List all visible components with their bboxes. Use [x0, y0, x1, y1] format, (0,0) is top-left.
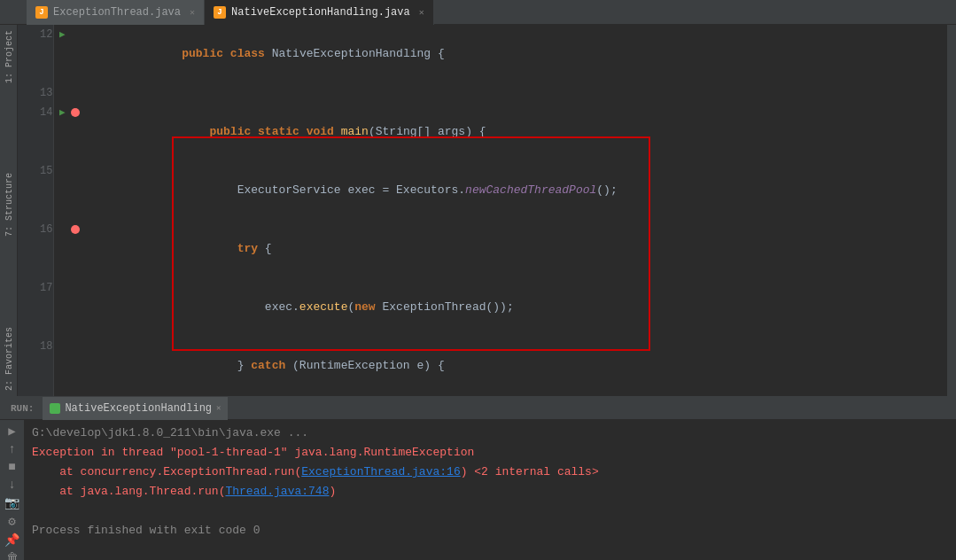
keyword-try: try	[237, 242, 258, 255]
run-stop-button[interactable]: ■	[3, 460, 22, 474]
tab-label-2: NativeExceptionHandling.java	[231, 6, 410, 19]
thread-link[interactable]: Thread.java:748	[225, 485, 329, 498]
line-number: 17	[18, 278, 53, 337]
line-code	[85, 83, 947, 103]
tab-bar: J ExceptionThread.java ✕ J NativeExcepti…	[0, 0, 956, 25]
line-breakpoint	[71, 25, 85, 83]
table-row: 12 ▶ public class NativeExceptionHandlin…	[18, 25, 947, 83]
line-code: try {	[85, 220, 947, 278]
run-left-toolbar: ▶ ↑ ■ ↓ 📷 ⚙ 📌 🗑	[0, 420, 25, 560]
line-breakpoint	[71, 278, 85, 337]
tab-close-2[interactable]: ✕	[419, 7, 424, 18]
class-name: NativeExceptionHandling	[272, 47, 431, 60]
table-row: 16 try {	[18, 220, 947, 278]
breakpoint-icon	[71, 225, 80, 234]
console-line-cmd: G:\develop\jdk1.8.0_211\bin\java.exe ...	[32, 424, 949, 443]
line-arrow	[53, 278, 71, 337]
line-arrow	[53, 337, 71, 395]
line-code: public static void main(String[] args) {	[85, 103, 947, 161]
scrollbar-track[interactable]	[947, 25, 956, 396]
line-code: exec.execute(new ExceptionThread());	[85, 278, 947, 337]
table-row: 18 } catch (RuntimeException e) {	[18, 337, 947, 395]
keyword-new: new	[354, 300, 375, 314]
keyword-static: static	[258, 125, 299, 138]
run-panel: Run: NativeExceptionHandling ✕ ▶ ↑ ■ ↓ 📷…	[0, 396, 956, 560]
table-row: 19 // 该语句将不会被执行	[18, 395, 947, 396]
line-number: 13	[18, 83, 53, 103]
console-line-at2: at java.lang.Thread.run(Thread.java:748)	[32, 482, 949, 502]
line-number: 15	[18, 161, 53, 220]
line-arrow: ▶	[53, 25, 71, 83]
code-table: 12 ▶ public class NativeExceptionHandlin…	[18, 25, 947, 396]
run-play-button[interactable]: ▶	[3, 424, 22, 439]
run-pin-button[interactable]: 📌	[3, 533, 22, 548]
exception-thread-link[interactable]: ExceptionThread.java:16	[301, 465, 460, 478]
tab-exception-thread[interactable]: J ExceptionThread.java ✕	[27, 0, 205, 25]
method-execute: execute	[299, 300, 348, 314]
table-row: 13	[18, 83, 947, 103]
line-number: 19	[18, 395, 53, 396]
table-row: 17 exec.execute(new ExceptionThread());	[18, 278, 947, 337]
code-content: 12 ▶ public class NativeExceptionHandlin…	[18, 25, 947, 396]
console-output: G:\develop\jdk1.8.0_211\bin\java.exe ...…	[25, 420, 956, 560]
line-number: 18	[18, 337, 53, 395]
tab-label-1: ExceptionThread.java	[53, 6, 181, 19]
static-method: newCachedThreadPool	[465, 183, 596, 197]
keyword-public: public	[182, 47, 223, 60]
run-tab[interactable]: NativeExceptionHandling ✕	[43, 397, 228, 420]
keyword-void: void	[307, 125, 334, 138]
java-icon-2: J	[214, 6, 226, 19]
run-tab-icon	[50, 403, 60, 414]
run-camera-button[interactable]: 📷	[3, 495, 22, 510]
run-content: ▶ ↑ ■ ↓ 📷 ⚙ 📌 🗑 G:\develop\jdk1.8.0_211\…	[0, 420, 956, 560]
run-delete-button[interactable]: 🗑	[3, 551, 22, 560]
run-settings-button[interactable]: ⚙	[3, 514, 22, 529]
far-left-panel: 1: Project 7: Structure 2: Favorites	[0, 25, 18, 396]
run-tab-label: NativeExceptionHandling	[65, 402, 212, 415]
line-code: ExecutorService exec = Executors.newCach…	[85, 161, 947, 220]
sidebar-item-project[interactable]: 1: Project	[0, 25, 17, 89]
console-line-exception: Exception in thread "pool-1-thread-1" ja…	[32, 443, 949, 463]
console-line-finished: Process finished with exit code 0	[32, 521, 949, 541]
keyword-catch: catch	[251, 359, 285, 372]
run-scroll-up-button[interactable]: ↑	[3, 442, 22, 456]
line-breakpoint	[71, 395, 85, 396]
table-row: 15 ExecutorService exec = Executors.newC…	[18, 161, 947, 220]
line-breakpoint	[71, 103, 85, 161]
method-main: main	[341, 125, 369, 138]
line-number: 14	[18, 103, 53, 161]
class-exception-thread: ExceptionThread	[382, 300, 486, 314]
run-scroll-down-button[interactable]: ↓	[3, 478, 22, 492]
line-arrow: ▶	[53, 103, 71, 161]
line-arrow	[53, 161, 71, 220]
line-code: public class NativeExceptionHandling {	[85, 25, 947, 83]
line-number: 12	[18, 25, 53, 83]
table-row: 14 ▶ public static void main(String[] ar…	[18, 103, 947, 161]
sidebar-item-structure[interactable]: 7: Structure	[0, 167, 17, 242]
sidebar-item-favorites[interactable]: 2: Favorites	[0, 322, 17, 396]
line-arrow	[53, 83, 71, 103]
java-icon-1: J	[35, 6, 48, 19]
line-code: } catch (RuntimeException e) {	[85, 337, 947, 395]
line-arrow	[53, 220, 71, 278]
line-breakpoint	[71, 220, 85, 278]
run-tab-bar: Run: NativeExceptionHandling ✕	[0, 397, 956, 420]
console-line-empty	[32, 502, 949, 521]
tab-close-1[interactable]: ✕	[190, 7, 195, 18]
console-line-at1: at concurrency.ExceptionThread.run(Excep…	[32, 463, 949, 482]
line-breakpoint	[71, 337, 85, 395]
line-code: // 该语句将不会被执行	[85, 395, 947, 396]
line-arrow	[53, 395, 71, 396]
main-area: 1: Project 7: Structure 2: Favorites 12 …	[0, 25, 956, 396]
line-breakpoint	[71, 161, 85, 220]
line-breakpoint	[71, 83, 85, 103]
run-tab-close[interactable]: ✕	[216, 403, 221, 413]
breakpoint-icon	[71, 108, 80, 117]
line-number: 16	[18, 220, 53, 278]
keyword-class: class	[230, 47, 265, 60]
tab-native-exception[interactable]: J NativeExceptionHandling.java ✕	[205, 0, 434, 25]
run-label: Run:	[4, 403, 41, 414]
keyword-public2: public	[209, 125, 251, 138]
code-editor: 12 ▶ public class NativeExceptionHandlin…	[18, 25, 947, 396]
